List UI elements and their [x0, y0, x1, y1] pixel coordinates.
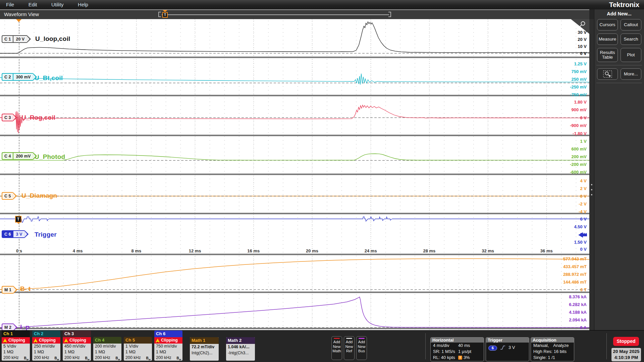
math-badge-math2[interactable]: Math 21.046 kA/...-Intg(Ch3... — [226, 337, 255, 361]
menu-bar: File Edit Utility Help Tektronix — [0, 0, 644, 9]
trigger-time-marker-icon[interactable] — [16, 19, 21, 22]
time-axis-label: 36 ms — [540, 248, 553, 253]
axis-label-c4: 600 mV — [571, 146, 587, 152]
cursors-button[interactable]: Cursors — [597, 19, 618, 31]
trigger-source-marker[interactable]: T — [15, 216, 21, 223]
acquisition-analyze: Analyze — [553, 343, 572, 349]
acquisition-panel[interactable]: Acquisition Manual,Analyze High Res: 16 … — [531, 337, 574, 361]
acquisition-panel-title: Acquisition — [531, 338, 574, 343]
channel-badge-c3[interactable]: C 3 — [2, 114, 17, 121]
channel-settings-badge-ch6[interactable]: Ch 6Clipping750 mV/div1 MΩ200 kHzBw — [154, 330, 182, 361]
axis-label-c6: 6 V — [580, 217, 587, 222]
clipping-warning: Clipping — [32, 337, 60, 344]
channel-settings-badge-ch2[interactable]: Ch 2Clipping250 mV/div1 MΩ200 kHzBw — [32, 330, 60, 361]
bandwidth-limit-icon: Bw — [55, 355, 59, 361]
trigger-panel[interactable]: Trigger 6 3 V — [486, 337, 529, 361]
zoom-corner-button[interactable] — [571, 19, 589, 34]
plot-button[interactable]: Plot — [621, 48, 641, 62]
bottombar-divider — [606, 333, 607, 359]
trigger-position-flag-icon[interactable]: T — [162, 12, 168, 18]
time-axis-label: 0 s — [16, 248, 22, 253]
channel-badge-c4[interactable]: C 4200 mV — [2, 152, 37, 160]
badge-row: 1 MΩ — [93, 349, 121, 355]
channel-badge-c6[interactable]: C 63 V — [2, 230, 29, 238]
oscilloscope-screen: File Edit Utility Help Tektronix Wavefor… — [0, 0, 644, 362]
warning-icon — [156, 339, 160, 342]
record-left-bracket[interactable] — [158, 12, 161, 17]
channel-settings-badge-ch5[interactable]: Ch 51 V/div1 MΩ200 kHzBw — [124, 337, 152, 361]
badge-row: 1 MΩ — [2, 349, 30, 355]
run-stop-status[interactable]: Stopped — [613, 337, 639, 346]
bandwidth-limit-icon: Bw — [116, 355, 120, 361]
search-button[interactable]: Search — [621, 34, 641, 45]
channel-badge-m2[interactable]: M 2 — [2, 323, 17, 330]
zoom-select-button[interactable] — [597, 68, 618, 80]
trigger-level-arrow-icon[interactable] — [578, 232, 587, 238]
badge-row: 200 kHzBw — [32, 355, 60, 361]
axis-label-c5: 4 V — [580, 178, 587, 183]
measure-button[interactable]: Measure — [597, 34, 618, 45]
axis-label-c1: 10 V — [578, 44, 587, 49]
channel-label-m1[interactable]: B_t — [20, 285, 31, 293]
results-table-button[interactable]: Results Table — [597, 48, 618, 62]
record-right-bracket[interactable] — [388, 12, 391, 17]
add-new-bus-button[interactable]: AddNewBus — [356, 336, 367, 360]
record-position-bar[interactable] — [162, 14, 389, 15]
badge-title: Ch 2 — [32, 330, 60, 337]
channel-label-c5[interactable]: U_Diamagn — [21, 192, 57, 199]
axis-label-m2: 4.188 kA — [569, 310, 587, 315]
time-axis-label: 4 ms — [73, 248, 83, 253]
channel-label-c3[interactable]: U_Rog,coil — [21, 114, 55, 121]
axis-label-c6: 4.50 V — [574, 224, 587, 229]
badge-row: 200 kHzBw — [2, 355, 30, 361]
add-new-ref-button[interactable]: AddNewRef — [344, 336, 355, 360]
axis-label-c4: -600 mV — [570, 170, 587, 175]
waveform-display[interactable]: C 120 VU_loop,coil30 V20 V10 V0 VC 2300 … — [0, 19, 589, 330]
channel-label-c4[interactable]: U_Photod — [35, 153, 65, 161]
menu-file[interactable]: File — [4, 0, 16, 9]
channel-settings-badge-ch3[interactable]: Ch 3Clipping450 mV/div1 MΩ200 kHzBw — [63, 330, 91, 361]
menu-edit[interactable]: Edit — [26, 0, 40, 9]
axis-label-m2: 2.094 kA — [569, 317, 587, 322]
channel-label-c6[interactable]: Trigger — [35, 231, 57, 238]
warning-icon — [34, 339, 38, 342]
clipping-warning: Clipping — [2, 337, 30, 344]
badge-row: 1 MΩ — [124, 349, 152, 355]
math-badge-math1[interactable]: Math 172.2 mT/divIntg(Ch2)... — [190, 337, 219, 361]
channel-settings-badge-ch4[interactable]: Ch 4200 mV/div1 MΩ200 kHzBw — [93, 337, 121, 361]
horizontal-panel[interactable]: Horizontal 4 ms/div40 ms SR: 1 MS/s1 µs/… — [430, 337, 484, 361]
add-new-sidebar: Add New... Cursors Callout Measure Searc… — [594, 9, 644, 330]
channel-label-c2[interactable]: U_Bt,coil — [35, 74, 63, 82]
channel-label-m2[interactable]: I_p — [20, 323, 30, 330]
channel-badge-c5[interactable]: C 5 — [2, 192, 17, 200]
badge-row: 750 mV/div — [154, 344, 182, 349]
badge-row: 200 kHzBw — [63, 355, 91, 361]
axis-label-c1: 0 V — [580, 51, 587, 56]
axis-label-c5: -2 V — [579, 201, 587, 206]
bandwidth-limit-icon: Bw — [85, 355, 90, 361]
channel-badge-c1[interactable]: C 120 V — [2, 35, 31, 43]
menu-help[interactable]: Help — [75, 0, 91, 9]
time-axis-label: 28 ms — [423, 248, 435, 253]
badge-row: 1 MΩ — [32, 349, 60, 355]
menu-utility[interactable]: Utility — [49, 0, 66, 9]
callout-button[interactable]: Callout — [621, 19, 641, 31]
axis-label-c3: -900 mV — [570, 123, 587, 128]
badge-title: Ch 6 — [154, 330, 182, 337]
channel-settings-badge-ch1[interactable]: Ch 1Clipping5 V/div1 MΩ200 kHzBw — [2, 330, 30, 361]
more-button[interactable]: More... — [621, 68, 641, 80]
badge-row: 450 mV/div — [63, 344, 91, 349]
channel-badge-m1[interactable]: M 1 — [2, 286, 17, 294]
panel-splitter[interactable] — [589, 19, 594, 330]
channel-badge-c2[interactable]: C 2300 mV — [2, 73, 37, 81]
axis-label-c5: 2 V — [580, 186, 587, 191]
axis-label-m2: 0 A — [580, 325, 587, 330]
sample-interval: 1 µs/pt — [458, 349, 481, 355]
axis-label-m2: 8.376 kA — [569, 294, 587, 299]
axis-label-c3: 1.80 V — [574, 100, 587, 105]
horizontal-scale: 4 ms/div — [433, 343, 458, 349]
channel-label-c1[interactable]: U_loop,coil — [35, 35, 70, 43]
add-new-math-button[interactable]: AddNewMath — [331, 336, 342, 360]
time-axis-label: 16 ms — [247, 248, 260, 253]
badge-row: 200 kHzBw — [93, 355, 121, 361]
